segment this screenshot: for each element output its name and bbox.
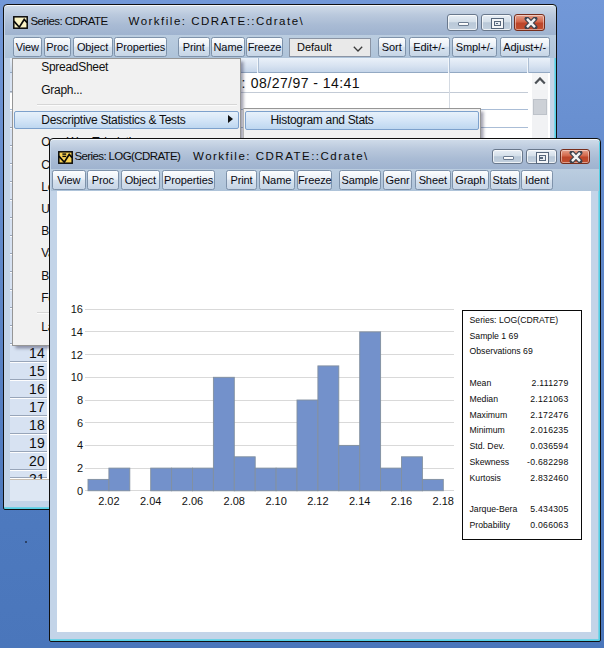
svg-text:2.04: 2.04 (140, 495, 161, 507)
svg-text:2.10: 2.10 (265, 495, 286, 507)
svg-text:6: 6 (77, 417, 83, 429)
svg-text:2.06: 2.06 (182, 495, 203, 507)
svg-text:2.14: 2.14 (349, 495, 370, 507)
svg-text:12: 12 (71, 349, 83, 361)
svg-text:8: 8 (77, 394, 83, 406)
svg-text:2.16: 2.16 (391, 495, 412, 507)
svg-text:2.08: 2.08 (224, 495, 245, 507)
svg-text:2.12: 2.12 (307, 495, 328, 507)
svg-text:10: 10 (71, 371, 83, 383)
svg-text:2: 2 (77, 462, 83, 474)
svg-text:2.18: 2.18 (433, 495, 454, 507)
svg-text:14: 14 (71, 326, 83, 338)
svg-text:0: 0 (77, 485, 83, 497)
svg-text:16: 16 (71, 303, 83, 315)
svg-text:2.02: 2.02 (98, 495, 119, 507)
svg-text:4: 4 (77, 439, 83, 451)
